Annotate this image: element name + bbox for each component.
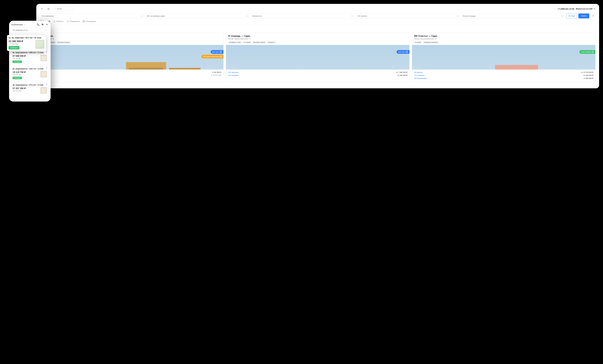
stat-value: от 15 745 000 ₽ [581, 71, 593, 73]
more-filters-button[interactable]: Ещё [566, 13, 577, 18]
card-image: Старт продаж→ [412, 45, 595, 69]
listing-item[interactable]: 2к. апартаменты • 118.7 м² • 2 этаж 19 1… [11, 66, 49, 81]
card-title: ЖК Счастье — Сдан [414, 35, 593, 37]
card-image: Дом сдан✓ Последние кваритиры◷ [40, 45, 223, 69]
svg-rect-8 [54, 21, 55, 22]
home-indicator[interactable] [27, 96, 32, 100]
status-badge: Свободно [12, 77, 22, 79]
search-icon [54, 8, 56, 10]
tab-rooms[interactable]: Помещения [67, 20, 80, 23]
return-icon [593, 8, 595, 10]
cards-grid: ь — Сдан ознаменская, 19 асс 17 этажей Ч… [40, 33, 595, 82]
building-illustration [40, 45, 223, 69]
status-badge: Свободно [9, 46, 19, 49]
pin-icon [592, 15, 594, 17]
svg-point-48 [43, 25, 43, 25]
sort-dropdown[interactable]: По названию (от А) [11, 28, 49, 33]
filter-button[interactable] [41, 23, 44, 26]
project-card[interactable]: ь — Сдан ознаменская, 19 асс 17 этажей Ч… [40, 33, 223, 82]
card-image: Дом сдан✓ [226, 45, 409, 69]
building-illustration [412, 45, 595, 69]
mobile-title: Клубный дом [12, 23, 23, 26]
status-dot [46, 52, 47, 52]
listing-popup[interactable]: 1к. кв. квартира • 54,7 м2 • 15 этаж 22 … [7, 35, 46, 51]
status-badge: Свободно [12, 60, 22, 63]
find-button[interactable]: Найти [578, 13, 589, 18]
call-button[interactable] [37, 23, 39, 26]
tag: Чистовая отделка [252, 41, 266, 44]
listing-price: 22 280 000 ₽ [9, 40, 23, 43]
project-card[interactable]: IV очередь — Сдан Москва, Краснознаменск… [226, 33, 409, 82]
mobile-title-dropdown[interactable]: Клубный дом [12, 23, 25, 26]
card-title: IV очередь — Сдан [228, 35, 407, 37]
stat-label[interactable]: 164 кладовок [228, 74, 238, 76]
listing-title: 4к. апартаменты • 171.3 м² • 3 этаж [12, 84, 47, 86]
svg-rect-23 [129, 68, 163, 69]
stat-value: от 200 000 ₽ [584, 74, 593, 76]
svg-rect-22 [169, 68, 200, 69]
badge-last-units: Последние кваритиры◷ [201, 55, 223, 58]
tag: Подземная парковка [423, 41, 439, 44]
filters-row: Тип помещения ЖК, застройщик, адрес Комн… [40, 13, 595, 18]
return-to-site-link[interactable]: Вернуться на сайт [576, 8, 595, 10]
footer-link[interactable]: е [40, 84, 595, 86]
filter-room-type[interactable]: Тип помещения [40, 13, 144, 18]
search-input[interactable] [57, 8, 71, 10]
page-title: ечный [40, 27, 595, 30]
search-box[interactable] [52, 7, 73, 11]
stat-value: от 200 000 ₽ [398, 74, 407, 76]
tabs-row: Генплан Объекты Помещения Планировки [40, 20, 595, 24]
stat-value: от 7 545 250 ₽ [396, 71, 407, 73]
listing-ppm: 150 900 ₽/м2 [9, 43, 23, 45]
card-address: ознаменская, 19 [42, 38, 221, 40]
sliders-icon [568, 15, 570, 17]
svg-rect-31 [226, 45, 409, 69]
desktop-window: +7 (499) 641-15-96 Вернуться на сайт Тип… [36, 4, 599, 88]
back-button[interactable] [40, 6, 45, 11]
phone-icon [37, 23, 39, 26]
building-icon [53, 20, 55, 22]
listing-title: 2к. апартаменты • 118.7 м² • 2 этаж [12, 68, 47, 70]
tab-layouts[interactable]: Планировки [83, 20, 96, 23]
building-illustration [226, 45, 409, 69]
mobile-header: Клубный дом [9, 23, 51, 28]
listing-item[interactable]: 4к. апартаменты • 171.3 м² • 3 этаж 27 2… [11, 82, 49, 94]
listing-price: 27 048 000 ₽ [12, 55, 26, 57]
svg-point-7 [569, 16, 569, 16]
tab-objects[interactable]: Объекты [53, 20, 64, 23]
back-button[interactable] [46, 23, 48, 26]
filter-finishing[interactable]: Тип отделки [356, 13, 460, 18]
home-button[interactable] [46, 6, 51, 11]
floorplan-thumbnail [40, 71, 47, 77]
stat-label[interactable]: 284 машиномест [414, 77, 427, 79]
stat-label[interactable]: 111 кладовок [414, 74, 424, 76]
tag: Отделка «I [267, 41, 276, 44]
list-icon [67, 20, 69, 22]
listing-price: 27 257 300 ₽ [12, 87, 26, 90]
floorplan-thumbnail [35, 40, 44, 49]
phone-number[interactable]: +7 (499) 641-15-96 [558, 8, 574, 10]
card-title: ь — Сдан [42, 35, 221, 37]
stat-label[interactable]: 252 квартира [228, 71, 238, 73]
card-address: Москва, Краснознаменская, 21 [228, 38, 407, 40]
project-card[interactable]: ЖК Счастье — Сдан Москва, Краснознаменск… [412, 33, 595, 82]
stat-label[interactable]: 84 офисов [414, 71, 422, 73]
badge-delivered: Дом сдан✓ [211, 50, 223, 54]
status-dot [46, 68, 47, 68]
pin-button[interactable] [591, 13, 595, 18]
filter-rooms[interactable]: Комнатность [251, 13, 354, 18]
mobile-device: Клубный дом По названию (от А) 1к. кв. к… [9, 21, 51, 101]
sliders-icon [41, 23, 44, 26]
svg-point-6 [570, 16, 570, 16]
svg-point-5 [569, 15, 569, 16]
filter-area[interactable]: Жилая площадь [461, 13, 565, 18]
filter-complex[interactable]: ЖК, застройщик, адрес [145, 13, 249, 18]
tag: 8 этажей [414, 41, 422, 44]
tag: «Комфорт» класс [228, 41, 242, 44]
listing-item[interactable]: 4к. апартаменты • 166.2 м² • 2 этаж 27 0… [11, 50, 49, 65]
listing-ppm: 162 744 ₽/м² [12, 58, 26, 59]
badge-sales-start: Старт продаж→ [580, 50, 595, 54]
tag: 17 этажей [243, 41, 251, 44]
sort-label: По названию (от А) [12, 29, 28, 31]
tag: Чистовая отделка [57, 41, 70, 44]
